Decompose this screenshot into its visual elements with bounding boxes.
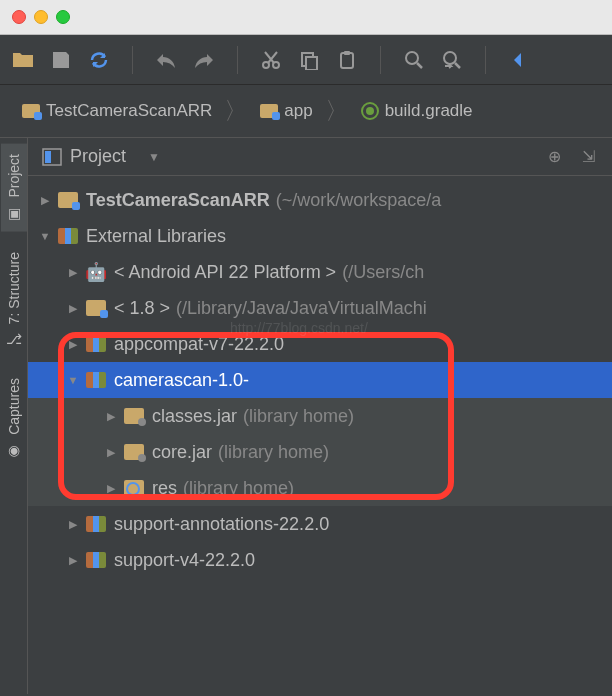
expand-arrow-icon[interactable] [66, 517, 80, 531]
panel-title-label: Project [70, 146, 126, 167]
paste-icon[interactable] [334, 47, 360, 73]
expand-arrow-icon[interactable] [38, 229, 52, 243]
open-icon[interactable] [10, 47, 36, 73]
project-panel: Project ▼ ⊕ ⇲ TestCameraScanARR (~/work/… [28, 138, 612, 694]
expand-arrow-icon[interactable] [66, 337, 80, 351]
close-window-button[interactable] [12, 10, 26, 24]
tree-label: TestCameraScanARR [86, 190, 270, 211]
tree-row-support-annotations[interactable]: support-annotations-22.2.0 [28, 506, 612, 542]
tree-row-support-v4[interactable]: support-v4-22.2.0 [28, 542, 612, 578]
minimize-window-button[interactable] [34, 10, 48, 24]
tree-hint: (/Users/ch [342, 262, 424, 283]
find-icon[interactable] [401, 47, 427, 73]
svg-rect-4 [341, 53, 353, 68]
dropdown-arrow-icon: ▼ [148, 150, 160, 164]
sidebar-tab-captures[interactable]: ◉ Captures [1, 368, 27, 469]
jar-icon [124, 444, 144, 460]
sidebar-tab-structure[interactable]: ⎇ 7: Structure [1, 242, 27, 358]
tree-label: res [152, 478, 177, 499]
gradle-icon [361, 102, 379, 120]
tree-hint: (~/work/workspace/a [276, 190, 442, 211]
library-icon [86, 552, 106, 568]
tree-hint: (library home) [218, 442, 329, 463]
project-view-icon [42, 148, 62, 166]
breadcrumb-item-root[interactable]: TestCameraScanARR [12, 97, 222, 125]
expand-arrow-icon[interactable] [66, 301, 80, 315]
redo-icon[interactable] [191, 47, 217, 73]
tree-label: core.jar [152, 442, 212, 463]
svg-rect-5 [344, 51, 350, 55]
svg-rect-9 [45, 151, 51, 163]
cut-icon[interactable] [258, 47, 284, 73]
jar-icon [124, 408, 144, 424]
sidebar-tab-label: Project [6, 154, 22, 198]
library-icon [86, 372, 106, 388]
library-icon [86, 336, 106, 352]
main-toolbar [0, 35, 612, 85]
expand-arrow-icon[interactable] [104, 445, 118, 459]
tree-row-res[interactable]: res (library home) [28, 470, 612, 506]
tree-hint: (/Library/Java/JavaVirtualMachi [176, 298, 427, 319]
libraries-icon [58, 228, 78, 244]
tree-row-appcompat[interactable]: appcompat-v7-22.2.0 [28, 326, 612, 362]
tree-row-root[interactable]: TestCameraScanARR (~/work/workspace/a [28, 182, 612, 218]
tree-hint: (library home) [183, 478, 294, 499]
panel-header: Project ▼ ⊕ ⇲ [28, 138, 612, 176]
copy-icon[interactable] [296, 47, 322, 73]
svg-point-7 [444, 52, 456, 64]
breadcrumb-label: TestCameraScanARR [46, 101, 212, 121]
sidebar-tab-label: Captures [6, 378, 22, 435]
project-tree: TestCameraScanARR (~/work/workspace/a Ex… [28, 176, 612, 584]
expand-arrow-icon[interactable] [66, 265, 80, 279]
tree-label: appcompat-v7-22.2.0 [114, 334, 284, 355]
tree-row-external-libs[interactable]: External Libraries [28, 218, 612, 254]
expand-arrow-icon[interactable] [104, 409, 118, 423]
tree-row-jdk[interactable]: < 1.8 > (/Library/Java/JavaVirtualMachi [28, 290, 612, 326]
tree-row-camerascan[interactable]: camerascan-1.0- [28, 362, 612, 398]
tree-label: < Android API 22 Platform > [114, 262, 336, 283]
res-folder-icon [124, 480, 144, 496]
undo-icon[interactable] [153, 47, 179, 73]
tree-label: < 1.8 > [114, 298, 170, 319]
folder-icon [22, 104, 40, 118]
tree-row-android-api[interactable]: 🤖 < Android API 22 Platform > (/Users/ch [28, 254, 612, 290]
structure-tab-icon: ⎇ [5, 330, 23, 348]
sidebar-tab-project[interactable]: ▣ Project [1, 144, 27, 232]
maximize-window-button[interactable] [56, 10, 70, 24]
expand-arrow-icon[interactable] [104, 481, 118, 495]
collapse-icon[interactable]: ⇲ [578, 147, 598, 167]
autoscroll-icon[interactable]: ⊕ [544, 147, 564, 167]
expand-arrow-icon[interactable] [66, 373, 80, 387]
library-icon [86, 516, 106, 532]
captures-tab-icon: ◉ [5, 441, 23, 459]
view-selector[interactable]: Project ▼ [42, 146, 160, 167]
tree-label: support-annotations-22.2.0 [114, 514, 329, 535]
android-icon: 🤖 [86, 264, 106, 280]
tree-row-core-jar[interactable]: core.jar (library home) [28, 434, 612, 470]
expand-arrow-icon[interactable] [66, 553, 80, 567]
svg-rect-3 [306, 57, 317, 70]
tool-sidebar: ▣ Project ⎇ 7: Structure ◉ Captures [0, 138, 28, 694]
back-icon[interactable] [506, 47, 532, 73]
project-tab-icon: ▣ [5, 204, 23, 222]
save-icon[interactable] [48, 47, 74, 73]
breadcrumb-separator: 〉 [325, 95, 349, 127]
expand-arrow-icon[interactable] [38, 193, 52, 207]
module-folder-icon [58, 192, 78, 208]
breadcrumb-item-gradle[interactable]: build.gradle [351, 97, 483, 125]
svg-point-6 [406, 52, 418, 64]
replace-icon[interactable] [439, 47, 465, 73]
tree-label: camerascan-1.0- [114, 370, 249, 391]
sidebar-tab-label: 7: Structure [6, 252, 22, 324]
tree-row-classes-jar[interactable]: classes.jar (library home) [28, 398, 612, 434]
tree-label: support-v4-22.2.0 [114, 550, 255, 571]
breadcrumb-label: app [284, 101, 312, 121]
main-area: ▣ Project ⎇ 7: Structure ◉ Captures Proj… [0, 138, 612, 694]
tree-label: classes.jar [152, 406, 237, 427]
breadcrumb-separator: 〉 [224, 95, 248, 127]
breadcrumb-label: build.gradle [385, 101, 473, 121]
breadcrumb-item-app[interactable]: app [250, 97, 322, 125]
window-controls [0, 0, 612, 35]
sync-icon[interactable] [86, 47, 112, 73]
breadcrumb: TestCameraScanARR 〉 app 〉 build.gradle [0, 85, 612, 138]
